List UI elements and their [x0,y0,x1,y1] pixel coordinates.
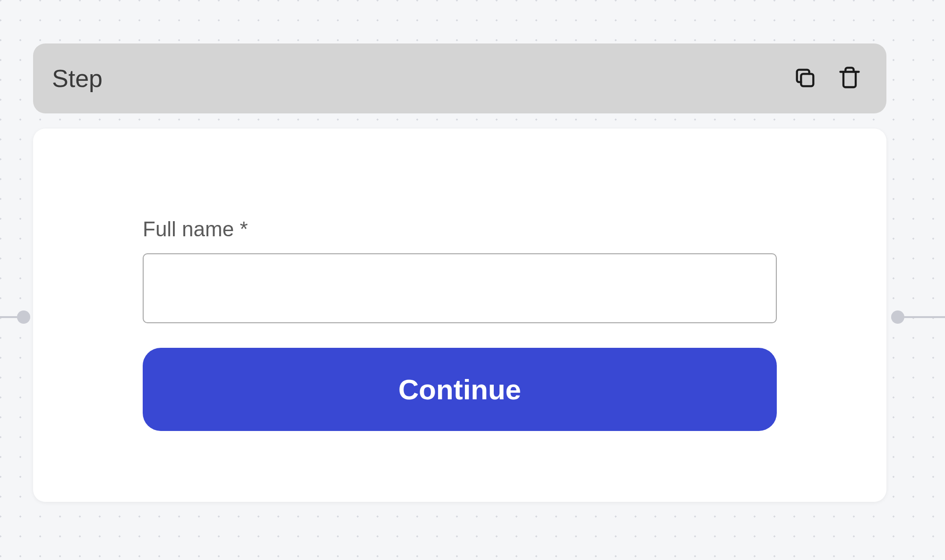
svg-rect-0 [801,74,813,86]
delete-button[interactable] [837,66,862,92]
copy-icon [793,66,817,92]
step-title: Step [52,64,103,93]
full-name-input[interactable] [143,253,777,323]
full-name-label: Full name * [143,217,777,241]
trash-icon [837,66,862,92]
step-header[interactable]: Step [33,43,886,113]
header-actions [793,66,862,92]
duplicate-button[interactable] [793,66,817,92]
edge-right [902,316,945,318]
continue-button[interactable]: Continue [143,348,777,431]
form-card: Full name * Continue [33,129,886,502]
node-handle-left[interactable] [17,310,30,324]
